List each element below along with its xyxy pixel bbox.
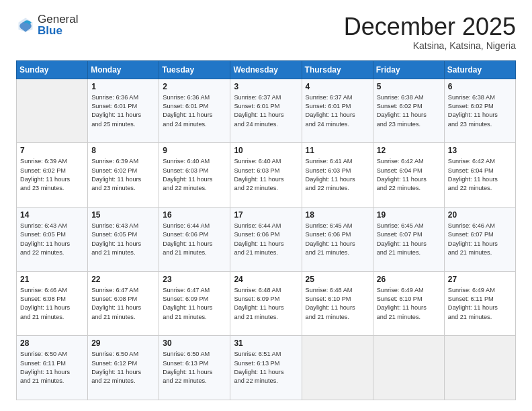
cell-info: Sunrise: 6:43 AM Sunset: 6:05 PM Dayligh… (20, 222, 84, 257)
calendar-cell: 26Sunrise: 6:49 AM Sunset: 6:10 PM Dayli… (373, 271, 444, 336)
cell-info: Sunrise: 6:49 AM Sunset: 6:10 PM Dayligh… (377, 286, 441, 322)
calendar-cell: 17Sunrise: 6:44 AM Sunset: 6:06 PM Dayli… (230, 207, 302, 271)
cell-info: Sunrise: 6:43 AM Sunset: 6:05 PM Dayligh… (91, 222, 155, 257)
calendar-cell: 18Sunrise: 6:45 AM Sunset: 6:06 PM Dayli… (302, 207, 373, 271)
calendar-cell: 21Sunrise: 6:46 AM Sunset: 6:08 PM Dayli… (17, 271, 88, 336)
calendar-cell: 31Sunrise: 6:51 AM Sunset: 6:13 PM Dayli… (230, 336, 302, 400)
location-subtitle: Katsina, Katsina, Nigeria (344, 40, 516, 51)
calendar-cell: 19Sunrise: 6:45 AM Sunset: 6:07 PM Dayli… (373, 207, 444, 271)
calendar-cell: 20Sunrise: 6:46 AM Sunset: 6:07 PM Dayli… (444, 207, 515, 271)
calendar-cell: 14Sunrise: 6:43 AM Sunset: 6:05 PM Dayli… (17, 207, 88, 271)
logo-blue-text: Blue (38, 25, 78, 36)
cell-info: Sunrise: 6:50 AM Sunset: 6:11 PM Dayligh… (20, 350, 84, 385)
day-number: 23 (163, 275, 226, 284)
calendar-cell: 13Sunrise: 6:42 AM Sunset: 6:04 PM Dayli… (444, 143, 515, 208)
calendar-cell (17, 79, 88, 143)
calendar-cell: 12Sunrise: 6:42 AM Sunset: 6:04 PM Dayli… (373, 143, 444, 208)
day-number: 2 (163, 82, 226, 91)
calendar-cell: 23Sunrise: 6:47 AM Sunset: 6:09 PM Dayli… (159, 271, 230, 336)
calendar-cell: 8Sunrise: 6:39 AM Sunset: 6:02 PM Daylig… (88, 143, 159, 208)
cell-info: Sunrise: 6:44 AM Sunset: 6:06 PM Dayligh… (163, 222, 226, 257)
header: General Blue December 2025 Katsina, Kats… (16, 13, 516, 51)
calendar-week-2: 7Sunrise: 6:39 AM Sunset: 6:02 PM Daylig… (17, 143, 516, 208)
calendar-cell: 30Sunrise: 6:50 AM Sunset: 6:13 PM Dayli… (159, 336, 230, 400)
cell-info: Sunrise: 6:46 AM Sunset: 6:08 PM Dayligh… (20, 286, 84, 322)
cell-info: Sunrise: 6:40 AM Sunset: 6:03 PM Dayligh… (234, 157, 298, 193)
calendar-cell: 10Sunrise: 6:40 AM Sunset: 6:03 PM Dayli… (230, 143, 302, 208)
calendar-cell: 24Sunrise: 6:48 AM Sunset: 6:09 PM Dayli… (230, 271, 302, 336)
month-title: December 2025 (344, 13, 516, 40)
day-number: 17 (234, 210, 298, 220)
day-number: 4 (306, 82, 369, 91)
day-number: 15 (91, 210, 155, 220)
day-number: 1 (91, 82, 155, 91)
day-number: 24 (234, 275, 298, 284)
logo-general-text: General (38, 13, 78, 25)
calendar-cell: 2Sunrise: 6:36 AM Sunset: 6:01 PM Daylig… (159, 79, 230, 143)
calendar-cell: 1Sunrise: 6:36 AM Sunset: 6:01 PM Daylig… (88, 79, 159, 143)
calendar-week-5: 28Sunrise: 6:50 AM Sunset: 6:11 PM Dayli… (17, 336, 516, 400)
day-number: 13 (448, 146, 512, 155)
calendar-cell (444, 336, 515, 400)
day-number: 31 (234, 338, 298, 348)
calendar-cell: 29Sunrise: 6:50 AM Sunset: 6:12 PM Dayli… (88, 336, 159, 400)
day-number: 11 (306, 146, 369, 155)
day-number: 19 (377, 210, 441, 220)
cell-info: Sunrise: 6:48 AM Sunset: 6:09 PM Dayligh… (234, 286, 298, 322)
cell-info: Sunrise: 6:38 AM Sunset: 6:02 PM Dayligh… (377, 93, 441, 129)
cell-info: Sunrise: 6:39 AM Sunset: 6:02 PM Dayligh… (91, 157, 155, 193)
day-number: 10 (234, 146, 298, 155)
cell-info: Sunrise: 6:42 AM Sunset: 6:04 PM Dayligh… (448, 157, 512, 193)
cell-info: Sunrise: 6:45 AM Sunset: 6:06 PM Dayligh… (306, 222, 369, 257)
day-number: 22 (91, 275, 155, 284)
day-number: 14 (20, 210, 84, 220)
day-header-friday: Friday (373, 60, 444, 79)
cell-info: Sunrise: 6:42 AM Sunset: 6:04 PM Dayligh… (377, 157, 441, 193)
day-number: 3 (234, 82, 298, 91)
calendar-week-1: 1Sunrise: 6:36 AM Sunset: 6:01 PM Daylig… (17, 79, 516, 143)
page: General Blue December 2025 Katsina, Kats… (0, 0, 532, 411)
day-number: 21 (20, 275, 84, 284)
cell-info: Sunrise: 6:45 AM Sunset: 6:07 PM Dayligh… (377, 222, 441, 257)
calendar-cell: 15Sunrise: 6:43 AM Sunset: 6:05 PM Dayli… (88, 207, 159, 271)
calendar-cell: 22Sunrise: 6:47 AM Sunset: 6:08 PM Dayli… (88, 271, 159, 336)
calendar-cell (373, 336, 444, 400)
calendar-cell: 6Sunrise: 6:38 AM Sunset: 6:02 PM Daylig… (444, 79, 515, 143)
calendar-cell: 16Sunrise: 6:44 AM Sunset: 6:06 PM Dayli… (159, 207, 230, 271)
calendar-cell: 4Sunrise: 6:37 AM Sunset: 6:01 PM Daylig… (302, 79, 373, 143)
cell-info: Sunrise: 6:36 AM Sunset: 6:01 PM Dayligh… (91, 93, 155, 129)
day-number: 30 (163, 338, 226, 348)
calendar-cell: 28Sunrise: 6:50 AM Sunset: 6:11 PM Dayli… (17, 336, 88, 400)
cell-info: Sunrise: 6:47 AM Sunset: 6:09 PM Dayligh… (163, 286, 226, 322)
calendar-cell: 25Sunrise: 6:48 AM Sunset: 6:10 PM Dayli… (302, 271, 373, 336)
cell-info: Sunrise: 6:36 AM Sunset: 6:01 PM Dayligh… (163, 93, 226, 129)
day-header-tuesday: Tuesday (159, 60, 230, 79)
day-header-saturday: Saturday (444, 60, 515, 79)
day-header-thursday: Thursday (302, 60, 373, 79)
logo-icon (16, 15, 35, 34)
calendar-header-row: SundayMondayTuesdayWednesdayThursdayFrid… (17, 60, 516, 79)
day-number: 8 (91, 146, 155, 155)
calendar-table: SundayMondayTuesdayWednesdayThursdayFrid… (16, 60, 516, 400)
cell-info: Sunrise: 6:48 AM Sunset: 6:10 PM Dayligh… (306, 286, 369, 322)
cell-info: Sunrise: 6:40 AM Sunset: 6:03 PM Dayligh… (163, 157, 226, 193)
logo: General Blue (16, 13, 78, 36)
calendar-cell: 7Sunrise: 6:39 AM Sunset: 6:02 PM Daylig… (17, 143, 88, 208)
cell-info: Sunrise: 6:51 AM Sunset: 6:13 PM Dayligh… (234, 350, 298, 385)
day-number: 27 (448, 275, 512, 284)
logo-text: General Blue (38, 13, 78, 36)
cell-info: Sunrise: 6:39 AM Sunset: 6:02 PM Dayligh… (20, 157, 84, 193)
cell-info: Sunrise: 6:49 AM Sunset: 6:11 PM Dayligh… (448, 286, 512, 322)
cell-info: Sunrise: 6:46 AM Sunset: 6:07 PM Dayligh… (448, 222, 512, 257)
day-number: 26 (377, 275, 441, 284)
day-number: 5 (377, 82, 441, 91)
cell-info: Sunrise: 6:50 AM Sunset: 6:13 PM Dayligh… (163, 350, 226, 385)
calendar-week-4: 21Sunrise: 6:46 AM Sunset: 6:08 PM Dayli… (17, 271, 516, 336)
title-block: December 2025 Katsina, Katsina, Nigeria (344, 13, 516, 51)
day-number: 20 (448, 210, 512, 220)
day-number: 29 (91, 338, 155, 348)
day-number: 7 (20, 146, 84, 155)
cell-info: Sunrise: 6:38 AM Sunset: 6:02 PM Dayligh… (448, 93, 512, 129)
calendar-cell: 11Sunrise: 6:41 AM Sunset: 6:03 PM Dayli… (302, 143, 373, 208)
cell-info: Sunrise: 6:37 AM Sunset: 6:01 PM Dayligh… (306, 93, 369, 129)
